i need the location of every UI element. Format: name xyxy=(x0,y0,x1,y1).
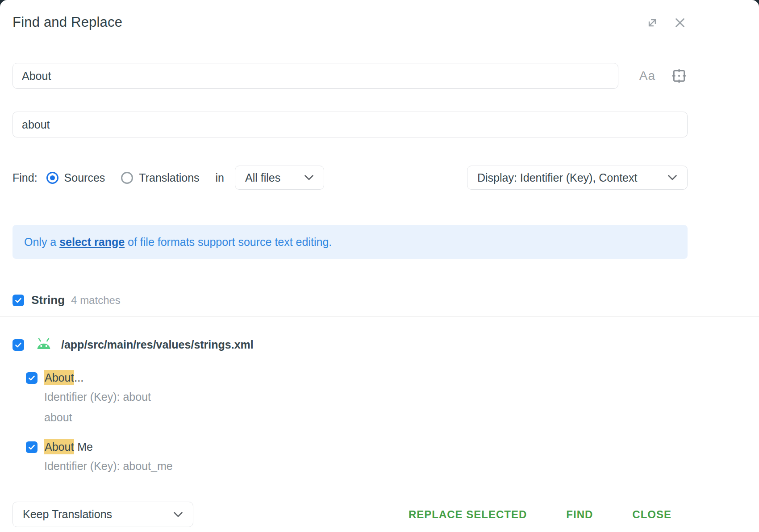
search-input[interactable] xyxy=(13,63,618,89)
match-row: About Me Identifier (Key): about_me xyxy=(26,441,688,474)
find-button[interactable]: FIND xyxy=(563,508,596,521)
expand-icon[interactable] xyxy=(645,15,660,30)
match-source-text: About... xyxy=(44,371,151,384)
in-context-icon[interactable] xyxy=(671,67,688,84)
file-scope-value: All files xyxy=(245,171,280,184)
string-group-count: 4 matches xyxy=(71,294,121,307)
display-mode-select[interactable]: Display: Identifier (Key), Context xyxy=(467,166,688,190)
radio-sources[interactable]: Sources xyxy=(46,171,105,184)
match-source-text: About Me xyxy=(44,441,173,453)
replace-selected-button[interactable]: REPLACE SELECTED xyxy=(406,508,530,521)
find-label: Find: xyxy=(13,171,38,184)
replace-row xyxy=(13,112,688,137)
match-list: About... Identifier (Key): about about A… xyxy=(26,371,688,474)
chevron-down-icon xyxy=(667,175,677,181)
chevron-down-icon xyxy=(173,511,183,518)
keep-translations-select[interactable]: Keep Translations xyxy=(13,502,193,527)
match-identifier: Identifier (Key): about xyxy=(44,389,151,405)
file-row: /app/src/main/res/values/strings.xml xyxy=(13,338,688,352)
radio-translations[interactable]: Translations xyxy=(121,171,199,184)
match-content: About Me Identifier (Key): about_me xyxy=(44,441,173,474)
footer-actions: REPLACE SELECTED FIND CLOSE xyxy=(406,508,674,521)
string-group-label: String xyxy=(31,293,65,307)
string-group-checkbox[interactable] xyxy=(13,295,24,306)
android-icon xyxy=(35,338,53,352)
match-content: About... Identifier (Key): about about xyxy=(44,371,151,425)
radio-sources-control[interactable] xyxy=(46,172,58,184)
close-icon[interactable] xyxy=(672,15,688,30)
match-highlight: About xyxy=(44,439,74,454)
radio-translations-control[interactable] xyxy=(121,172,133,184)
close-button[interactable]: CLOSE xyxy=(630,508,674,521)
display-mode-value: Display: Identifier (Key), Context xyxy=(477,171,637,184)
chevron-down-icon xyxy=(304,175,314,181)
keep-translations-value: Keep Translations xyxy=(23,508,112,521)
match-highlight: About xyxy=(44,370,74,385)
match-checkbox[interactable] xyxy=(26,441,38,453)
replace-input[interactable] xyxy=(13,112,688,137)
radio-sources-label: Sources xyxy=(64,171,105,184)
file-path: /app/src/main/res/values/strings.xml xyxy=(61,338,254,351)
radio-translations-label: Translations xyxy=(139,171,199,184)
dialog-title: Find and Replace xyxy=(13,12,122,30)
info-banner: Only a select range of file formats supp… xyxy=(13,225,688,259)
match-checkbox[interactable] xyxy=(26,372,38,384)
file-checkbox[interactable] xyxy=(13,339,24,351)
divider xyxy=(0,316,759,317)
find-options-row: Find: Sources Translations in All files … xyxy=(13,166,688,190)
search-tool-icons: Aa xyxy=(639,67,688,84)
match-case-icon[interactable]: Aa xyxy=(639,69,655,83)
match-identifier: Identifier (Key): about_me xyxy=(44,458,173,474)
match-row: About... Identifier (Key): about about xyxy=(26,371,688,425)
find-and-replace-dialog: Find and Replace Aa xyxy=(0,0,759,532)
header-icons xyxy=(645,12,688,30)
select-range-link[interactable]: select range xyxy=(59,236,125,249)
in-label: in xyxy=(216,171,224,184)
dialog-footer: Keep Translations REPLACE SELECTED FIND … xyxy=(13,502,688,527)
banner-text-prefix: Only a xyxy=(24,236,59,249)
banner-text-suffix: of file formats support source text edit… xyxy=(125,236,332,249)
search-row: Aa xyxy=(13,63,688,89)
match-context: about xyxy=(44,409,151,425)
dialog-header: Find and Replace xyxy=(13,12,688,30)
string-group-row: String 4 matches xyxy=(13,293,688,307)
file-scope-select[interactable]: All files xyxy=(235,166,324,190)
